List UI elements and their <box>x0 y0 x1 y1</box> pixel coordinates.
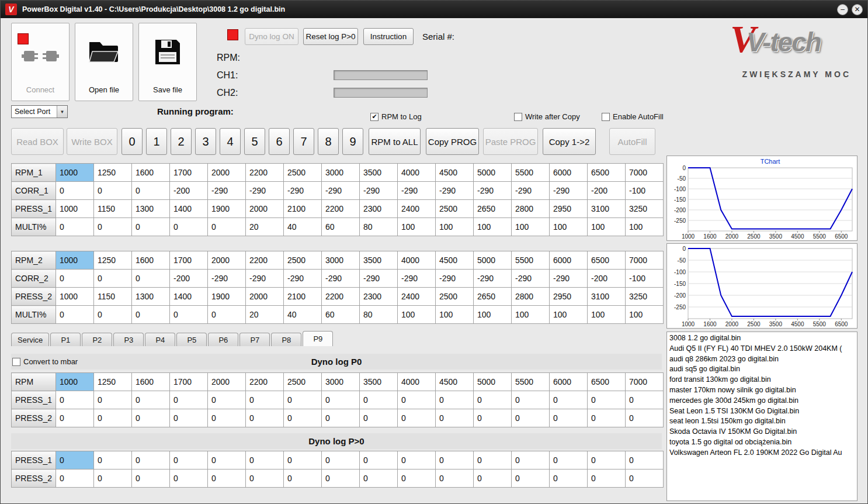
table-cell[interactable]: 0 <box>284 451 322 470</box>
table-cell[interactable]: 1400 <box>170 200 208 218</box>
table-cell[interactable]: 2950 <box>550 288 588 306</box>
enable-autofill-checkbox[interactable]: Enable AutoFill <box>602 112 664 121</box>
table-cell[interactable]: 5500 <box>512 251 550 270</box>
table-cell[interactable]: 0 <box>360 409 398 427</box>
table-cell[interactable]: -290 <box>246 182 284 200</box>
tab-p6[interactable]: P6 <box>208 333 238 346</box>
table-cell[interactable]: 0 <box>474 451 512 470</box>
table-cell[interactable]: 4000 <box>398 251 436 270</box>
table-cell[interactable]: -290 <box>284 270 322 288</box>
tab-p5[interactable]: P5 <box>176 333 207 346</box>
table-cell[interactable]: 0 <box>56 391 94 409</box>
table-cell[interactable]: 0 <box>398 451 436 470</box>
table-cell[interactable]: 2500 <box>284 164 322 182</box>
minimize-button[interactable]: – <box>837 4 848 15</box>
table-cell[interactable]: 1000 <box>56 373 94 391</box>
table-cell[interactable]: 0 <box>322 451 360 470</box>
table-cell[interactable]: 0 <box>588 391 626 409</box>
digit-button-6[interactable]: 6 <box>269 128 290 155</box>
table-cell[interactable]: 0 <box>56 470 94 488</box>
table-cell[interactable]: 100 <box>588 306 626 324</box>
table-cell[interactable]: 1000 <box>56 200 94 218</box>
table-cell[interactable]: 2650 <box>474 288 512 306</box>
table-cell[interactable]: 1900 <box>208 200 246 218</box>
table-cell[interactable]: 2200 <box>246 373 284 391</box>
table-cell[interactable]: 6500 <box>588 373 626 391</box>
table-cell[interactable]: 2800 <box>512 200 550 218</box>
table-cell[interactable]: 1600 <box>132 164 170 182</box>
table-cell[interactable]: 80 <box>360 218 398 236</box>
table-cell[interactable]: 1250 <box>94 251 132 270</box>
table-cell[interactable]: 0 <box>512 470 550 488</box>
table-cell[interactable]: 4000 <box>398 164 436 182</box>
table-cell[interactable]: 100 <box>512 218 550 236</box>
table-cell[interactable]: 1250 <box>94 373 132 391</box>
table-cell[interactable]: 2400 <box>398 200 436 218</box>
table-cell[interactable]: 100 <box>626 218 664 236</box>
copy-prog-button[interactable]: Copy PROG <box>426 128 479 155</box>
table-cell[interactable]: 4500 <box>436 251 474 270</box>
table-cell[interactable]: 0 <box>550 451 588 470</box>
table-cell[interactable]: 0 <box>436 470 474 488</box>
table-cell[interactable]: 0 <box>550 391 588 409</box>
table-cell[interactable]: 0 <box>512 409 550 427</box>
open-file-button[interactable]: Open file <box>75 23 133 101</box>
table-cell[interactable]: 0 <box>56 182 94 200</box>
table-cell[interactable]: 0 <box>170 409 208 427</box>
digit-button-1[interactable]: 1 <box>146 128 167 155</box>
tab-service[interactable]: Service <box>11 333 49 346</box>
table-cell[interactable]: 0 <box>94 470 132 488</box>
table-cell[interactable]: 0 <box>322 470 360 488</box>
table-cell[interactable]: 0 <box>132 218 170 236</box>
table-cell[interactable]: 0 <box>398 391 436 409</box>
table-cell[interactable]: 0 <box>94 182 132 200</box>
write-after-copy-checkbox[interactable]: Write after Copy <box>514 112 580 121</box>
save-file-button[interactable]: Save file <box>138 23 197 101</box>
table-cell[interactable]: 0 <box>170 218 208 236</box>
table-cell[interactable]: 100 <box>436 306 474 324</box>
table-cell[interactable]: 0 <box>56 270 94 288</box>
table-cell[interactable]: 100 <box>512 306 550 324</box>
table-cell[interactable]: 1600 <box>132 251 170 270</box>
table-cell[interactable]: 1600 <box>132 373 170 391</box>
table-cell[interactable]: 2200 <box>246 164 284 182</box>
table-cell[interactable]: 0 <box>360 470 398 488</box>
table-cell[interactable]: 0 <box>56 451 94 470</box>
table-cell[interactable]: 1700 <box>170 164 208 182</box>
table-cell[interactable]: -290 <box>360 270 398 288</box>
table-cell[interactable]: -290 <box>512 182 550 200</box>
tab-p2[interactable]: P2 <box>82 333 112 346</box>
digit-button-5[interactable]: 5 <box>244 128 265 155</box>
table-cell[interactable]: 1150 <box>94 200 132 218</box>
table-cell[interactable]: 0 <box>284 391 322 409</box>
table-cell[interactable]: 0 <box>360 391 398 409</box>
table-cell[interactable]: 0 <box>398 409 436 427</box>
table-cell[interactable]: 2200 <box>322 288 360 306</box>
table-cell[interactable]: 0 <box>246 391 284 409</box>
table-cell[interactable]: 1300 <box>132 288 170 306</box>
table-cell[interactable]: -200 <box>588 270 626 288</box>
table-cell[interactable]: -290 <box>474 270 512 288</box>
table-cell[interactable]: 0 <box>436 391 474 409</box>
table-cell[interactable]: -290 <box>512 270 550 288</box>
table-cell[interactable]: -100 <box>626 182 664 200</box>
table-cell[interactable]: 2500 <box>436 288 474 306</box>
table-cell[interactable]: 0 <box>512 391 550 409</box>
table-cell[interactable]: 0 <box>94 218 132 236</box>
table-cell[interactable]: 0 <box>208 218 246 236</box>
table-cell[interactable]: 2200 <box>322 200 360 218</box>
table-cell[interactable]: 5000 <box>474 373 512 391</box>
table-cell[interactable]: 0 <box>246 470 284 488</box>
table-cell[interactable]: 0 <box>56 218 94 236</box>
digit-button-9[interactable]: 9 <box>342 128 363 155</box>
reset-log-button[interactable]: Reset log P>0 <box>303 28 358 45</box>
table-cell[interactable]: 0 <box>398 470 436 488</box>
table-cell[interactable]: 0 <box>56 409 94 427</box>
rpm-to-log-checkbox[interactable]: RPM to Log <box>370 112 422 121</box>
table-cell[interactable]: 0 <box>474 409 512 427</box>
table-cell[interactable]: 0 <box>132 182 170 200</box>
table-cell[interactable]: -290 <box>474 182 512 200</box>
convert-to-mbar-checkbox[interactable]: Convert to mbar <box>12 357 78 366</box>
table-cell[interactable]: 0 <box>626 409 664 427</box>
table-cell[interactable]: -200 <box>170 182 208 200</box>
